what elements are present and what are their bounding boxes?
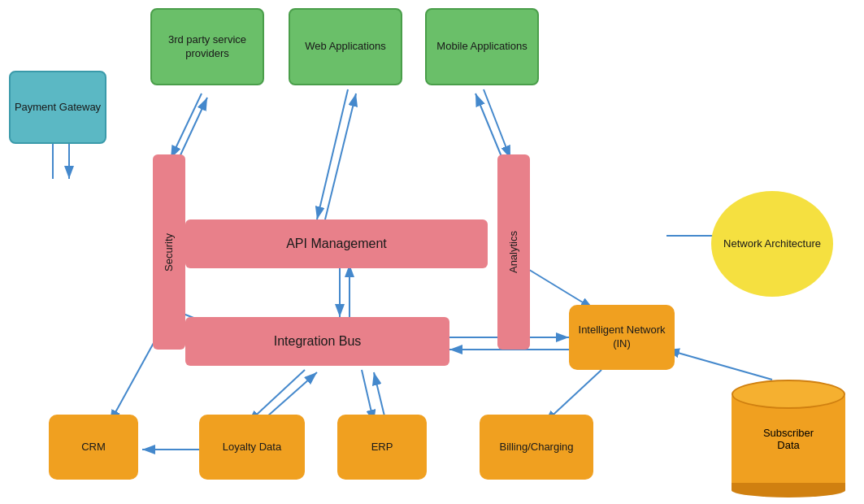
svg-line-20 <box>527 268 593 309</box>
intelligent-network-node: Intelligent Network (IN) <box>569 305 675 370</box>
svg-line-5 <box>179 98 207 159</box>
svg-line-4 <box>171 93 202 159</box>
network-architecture-node: Network Architecture <box>711 191 833 297</box>
svg-line-9 <box>475 93 502 159</box>
billing-charging-node: Billing/Charging <box>480 415 593 480</box>
svg-line-27 <box>666 350 772 380</box>
svg-line-28 <box>110 341 154 423</box>
third-party-node: 3rd party service providers <box>150 8 264 85</box>
loyalty-data-node: Loyalty Data <box>199 415 305 480</box>
subscriber-data-node: SubscriberData <box>732 380 845 497</box>
architecture-diagram: Payment Gateway 3rd party service provid… <box>0 0 864 504</box>
analytics-node: Analytics <box>497 154 530 350</box>
api-management-node: API Management <box>185 219 488 268</box>
payment-gateway-node: Payment Gateway <box>9 71 106 144</box>
mobile-applications-node: Mobile Applications <box>425 8 539 85</box>
web-applications-node: Web Applications <box>289 8 402 85</box>
erp-node: ERP <box>337 415 427 480</box>
svg-line-6 <box>317 89 348 219</box>
security-node: Security <box>153 154 185 350</box>
crm-node: CRM <box>49 415 138 480</box>
svg-line-7 <box>325 93 356 219</box>
svg-line-8 <box>484 89 510 159</box>
integration-bus-node: Integration Bus <box>185 317 449 366</box>
